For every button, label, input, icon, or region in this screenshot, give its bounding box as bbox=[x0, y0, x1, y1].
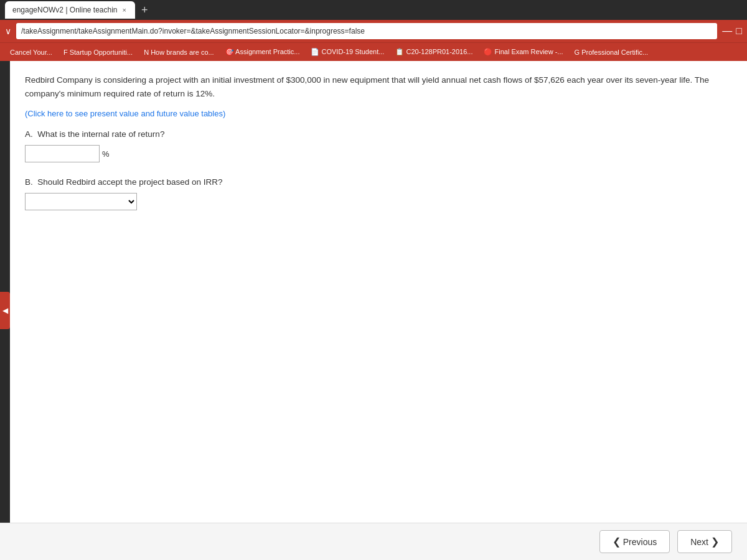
bookmarks-bar: Cancel Your... F Startup Opportuniti... … bbox=[0, 42, 747, 61]
pv-tables-link[interactable]: (Click here to see present value and fut… bbox=[25, 109, 225, 118]
bookmark-assignment[interactable]: 🎯 Assignment Practic... bbox=[220, 47, 305, 57]
sidebar-toggle[interactable]: ◀ bbox=[0, 292, 10, 329]
url-actions: — □ bbox=[722, 26, 742, 37]
url-input[interactable] bbox=[16, 23, 717, 39]
main-content: Redbird Company is considering a project… bbox=[10, 61, 747, 523]
bookmark-covid[interactable]: 📄 COVID-19 Student... bbox=[306, 47, 389, 57]
close-window-button[interactable]: □ bbox=[736, 26, 742, 37]
next-chevron-icon: ❯ bbox=[711, 536, 719, 548]
tab-title: engageNOWv2 | Online teachin bbox=[12, 6, 118, 14]
part-a-label: A. What is the internal rate of return? bbox=[25, 129, 735, 139]
part-a-input-row: % bbox=[25, 145, 735, 162]
tab-bar: engageNOWv2 | Online teachin × + bbox=[0, 0, 747, 20]
bookmark-startup[interactable]: F Startup Opportuniti... bbox=[59, 47, 138, 57]
bookmark-finalexam[interactable]: 🔴 Final Exam Review -... bbox=[479, 47, 568, 57]
part-b-dropdown-row: Yes No bbox=[25, 193, 735, 210]
bookmark-c20[interactable]: 📋 C20-128PR01-2016... bbox=[390, 47, 477, 57]
active-tab[interactable]: engageNOWv2 | Online teachin × bbox=[5, 1, 135, 19]
prev-chevron-icon: ❮ bbox=[613, 536, 621, 548]
bookmark-howbrands[interactable]: N How brands are co... bbox=[139, 47, 219, 57]
bottom-nav: ❮ Previous Next ❯ bbox=[0, 523, 747, 560]
question-body: Redbird Company is considering a project… bbox=[25, 73, 735, 100]
bookmark-cancel[interactable]: Cancel Your... bbox=[5, 47, 57, 57]
next-label: Next bbox=[690, 537, 708, 547]
next-button[interactable]: Next ❯ bbox=[677, 530, 732, 553]
minimize-button[interactable]: — bbox=[722, 26, 732, 37]
irr-decision-select[interactable]: Yes No bbox=[25, 193, 137, 210]
tab-close-button[interactable]: × bbox=[121, 6, 128, 14]
percent-label: % bbox=[102, 149, 110, 159]
part-b-label: B. Should Redbird accept the project bas… bbox=[25, 177, 735, 187]
new-tab-button[interactable]: + bbox=[138, 4, 152, 17]
irr-input[interactable] bbox=[25, 145, 100, 162]
previous-label: Previous bbox=[623, 537, 657, 547]
url-bar: ∨ — □ bbox=[0, 20, 747, 42]
previous-button[interactable]: ❮ Previous bbox=[599, 530, 670, 553]
bookmark-professional[interactable]: G Professional Certific... bbox=[570, 47, 654, 57]
dropdown-icon[interactable]: ∨ bbox=[5, 26, 11, 36]
